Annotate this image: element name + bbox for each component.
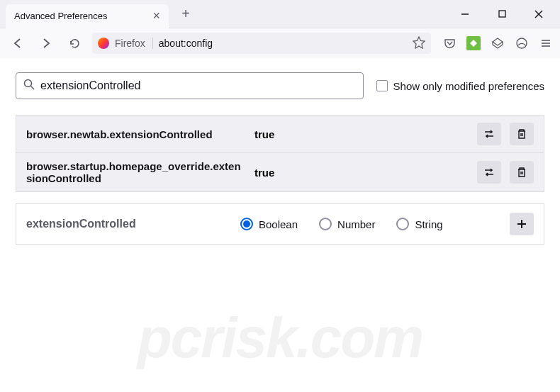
radio-icon[interactable] [396, 218, 409, 230]
firefox-icon [98, 38, 109, 49]
radio-boolean[interactable]: Boolean [240, 218, 298, 230]
menu-button[interactable] [539, 36, 553, 50]
extension-icon[interactable] [466, 36, 481, 50]
reload-button[interactable] [64, 33, 85, 54]
checkbox-label: Show only modified preferences [393, 80, 544, 92]
pref-value: true [254, 128, 469, 140]
toolbar-icons [438, 36, 553, 50]
add-preference-row: extensionControlled Boolean Number Strin… [16, 203, 544, 245]
search-icon [23, 79, 35, 93]
search-box[interactable] [16, 72, 364, 99]
page-content: Show only modified preferences browser.n… [0, 58, 560, 259]
close-window-button[interactable] [526, 1, 551, 27]
svg-line-9 [31, 86, 35, 90]
pref-name: browser.newtab.extensionControlled [26, 128, 246, 140]
window-controls [444, 1, 560, 27]
radio-string[interactable]: String [396, 218, 442, 230]
extensions-icon[interactable] [515, 36, 529, 50]
url-text: about:config [159, 38, 407, 49]
preference-list: browser.newtab.extensionControlled true … [16, 115, 544, 192]
account-icon[interactable] [491, 36, 505, 50]
search-input[interactable] [40, 79, 356, 92]
preference-row: browser.startup.homepage_override.extens… [16, 152, 544, 191]
type-radio-group: Boolean Number String [240, 218, 501, 230]
search-row: Show only modified preferences [16, 72, 544, 99]
window-titlebar: Advanced Preferences × + [0, 0, 560, 28]
radio-icon[interactable] [240, 218, 253, 230]
pref-value: true [254, 167, 469, 179]
toggle-button[interactable] [477, 123, 501, 145]
new-tab-button[interactable]: + [176, 4, 196, 24]
browser-toolbar: Firefox about:config [0, 28, 560, 58]
maximize-button[interactable] [489, 1, 515, 27]
minimize-button[interactable] [452, 1, 478, 27]
add-button[interactable] [510, 213, 534, 235]
toggle-button[interactable] [477, 161, 501, 184]
address-bar[interactable]: Firefox about:config [92, 33, 431, 54]
watermark: pcrisk.com [0, 306, 560, 371]
tab-title: Advanced Preferences [14, 11, 108, 21]
back-button[interactable] [7, 33, 28, 54]
pref-name: browser.startup.homepage_override.extens… [26, 160, 246, 184]
radio-label: String [415, 218, 442, 230]
radio-number[interactable]: Number [319, 218, 375, 230]
delete-button[interactable] [510, 123, 534, 145]
close-tab-icon[interactable]: × [152, 9, 160, 23]
preference-row: browser.newtab.extensionControlled true [16, 116, 544, 152]
radio-icon[interactable] [319, 218, 332, 230]
radio-label: Boolean [259, 218, 298, 230]
forward-button[interactable] [35, 33, 57, 54]
show-only-modified[interactable]: Show only modified preferences [376, 80, 544, 92]
svg-rect-1 [499, 11, 505, 17]
delete-button[interactable] [510, 161, 534, 184]
add-pref-name: extensionControlled [26, 218, 232, 230]
bookmark-star-icon[interactable] [413, 36, 425, 51]
svg-point-8 [25, 80, 32, 87]
checkbox-icon[interactable] [376, 80, 388, 91]
radio-label: Number [337, 218, 375, 230]
firefox-label: Firefox [115, 38, 153, 49]
browser-tab[interactable]: Advanced Preferences × [6, 4, 169, 28]
pocket-icon[interactable] [442, 36, 457, 50]
